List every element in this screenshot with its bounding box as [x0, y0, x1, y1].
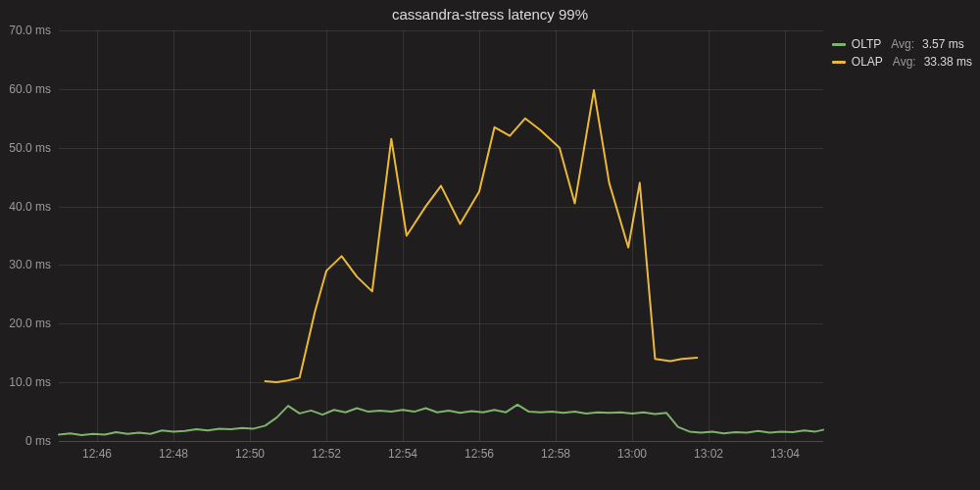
gridline-v	[556, 30, 557, 441]
y-axis-tick-label: 20.0 ms	[9, 317, 59, 330]
x-axis-tick-label: 12:58	[541, 441, 570, 461]
y-axis-tick-label: 70.0 ms	[9, 24, 59, 37]
chart-plot-area: 0 ms10.0 ms20.0 ms30.0 ms40.0 ms50.0 ms6…	[59, 30, 823, 442]
gridline-v	[97, 30, 98, 441]
legend-stat-value-oltp: 3.57 ms	[922, 35, 964, 53]
legend-label-oltp: OLTP	[852, 35, 881, 53]
gridline-v	[785, 30, 786, 441]
y-axis-tick-label: 50.0 ms	[9, 141, 59, 155]
legend-swatch-oltp	[832, 43, 846, 46]
chart-title: cassandra-stress latency 99%	[0, 0, 980, 23]
x-axis-tick-label: 13:04	[770, 441, 800, 461]
legend-swatch-olap	[832, 61, 846, 64]
legend-label-olap: OLAP	[852, 53, 883, 71]
gridline-v	[479, 30, 480, 441]
gridline-v	[709, 30, 710, 441]
legend-item-olap[interactable]: OLAP Avg: 33.38 ms	[832, 53, 972, 71]
gridline-v	[326, 30, 327, 441]
x-axis-tick-label: 12:54	[388, 441, 417, 461]
gridline-v	[173, 30, 174, 441]
y-axis-tick-label: 30.0 ms	[9, 258, 59, 271]
gridline-v	[250, 30, 251, 441]
x-axis-tick-label: 13:00	[617, 441, 647, 461]
legend: OLTP Avg: 3.57 ms OLAP Avg: 33.38 ms	[832, 35, 972, 71]
legend-stat-label-oltp: Avg:	[891, 35, 914, 53]
y-axis-tick-label: 0 ms	[25, 434, 59, 448]
x-axis-tick-label: 13:02	[694, 441, 723, 461]
plot-region[interactable]: 0 ms10.0 ms20.0 ms30.0 ms40.0 ms50.0 ms6…	[59, 30, 823, 442]
legend-item-oltp[interactable]: OLTP Avg: 3.57 ms	[832, 35, 972, 53]
x-axis-tick-label: 12:52	[312, 441, 341, 461]
y-axis-tick-label: 10.0 ms	[9, 375, 59, 389]
gridline-v	[403, 30, 404, 441]
legend-stat-value-olap: 33.38 ms	[924, 53, 972, 71]
legend-stat-label-olap: Avg:	[893, 53, 916, 71]
x-axis-tick-label: 12:50	[235, 441, 265, 461]
y-axis-tick-label: 60.0 ms	[9, 82, 59, 96]
x-axis-tick-label: 12:56	[465, 441, 494, 461]
gridline-v	[632, 30, 633, 441]
x-axis-tick-label: 12:48	[159, 441, 188, 461]
y-axis-tick-label: 40.0 ms	[9, 200, 59, 214]
x-axis-tick-label: 12:46	[82, 441, 112, 461]
